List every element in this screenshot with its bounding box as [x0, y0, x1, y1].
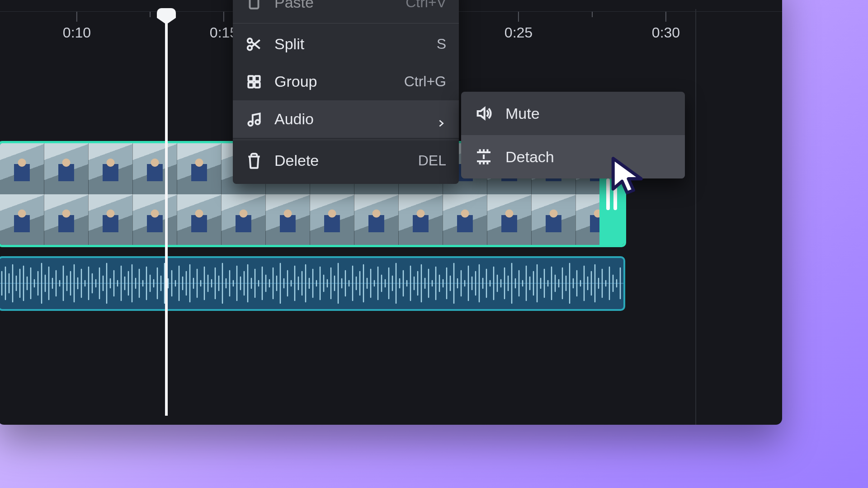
ruler-tick: 0:10	[63, 12, 91, 41]
context-menu-shortcut: Ctrl+V	[406, 0, 446, 11]
audio-submenu-detach[interactable]: Detach	[461, 135, 685, 178]
playhead[interactable]	[165, 14, 168, 416]
context-menu-group[interactable]: Group Ctrl+G	[233, 63, 459, 100]
chevron-right-icon	[436, 114, 446, 124]
audio-submenu: Mute Detach	[461, 92, 685, 178]
audio-submenu-mute[interactable]: Mute	[461, 92, 685, 135]
context-menu-label: Group	[274, 73, 392, 90]
svg-rect-191	[255, 82, 260, 87]
music-icon	[245, 111, 263, 128]
trash-icon	[245, 152, 263, 169]
audio-clip[interactable]	[0, 256, 625, 311]
ruler-tick: 0:25	[505, 12, 533, 41]
svg-rect-189	[255, 76, 260, 81]
context-menu-audio[interactable]: Audio	[233, 100, 459, 138]
context-menu-delete[interactable]: Delete DEL	[233, 142, 459, 179]
paste-icon	[245, 0, 263, 11]
context-menu-paste[interactable]: Paste Ctrl+V	[233, 0, 459, 21]
detach-icon	[475, 148, 493, 166]
context-menu-label: Paste	[274, 0, 394, 11]
speaker-icon	[475, 104, 493, 122]
viewport-edge	[695, 9, 696, 425]
context-menu-label: Delete	[274, 152, 406, 169]
context-menu-label: Audio	[274, 110, 425, 128]
svg-rect-188	[248, 76, 253, 81]
group-icon	[245, 73, 263, 90]
context-menu: Paste Ctrl+V Split S Group Ctrl+G Audio …	[233, 0, 459, 184]
context-menu-label: Split	[274, 35, 425, 53]
context-menu-split[interactable]: Split S	[233, 25, 459, 63]
context-menu-shortcut: DEL	[418, 152, 446, 169]
scissors-icon	[245, 36, 263, 53]
ruler-tick: 0:30	[652, 12, 680, 41]
menu-divider	[233, 140, 459, 140]
menu-divider	[233, 23, 459, 23]
ruler-tick-minor	[592, 12, 593, 20]
svg-rect-190	[248, 82, 253, 87]
svg-rect-182	[250, 0, 259, 8]
audio-submenu-label: Mute	[505, 105, 540, 122]
context-menu-shortcut: S	[437, 36, 446, 52]
context-menu-shortcut: Ctrl+G	[404, 73, 446, 90]
ruler-tick-minor	[150, 12, 151, 20]
audio-submenu-label: Detach	[505, 148, 554, 166]
